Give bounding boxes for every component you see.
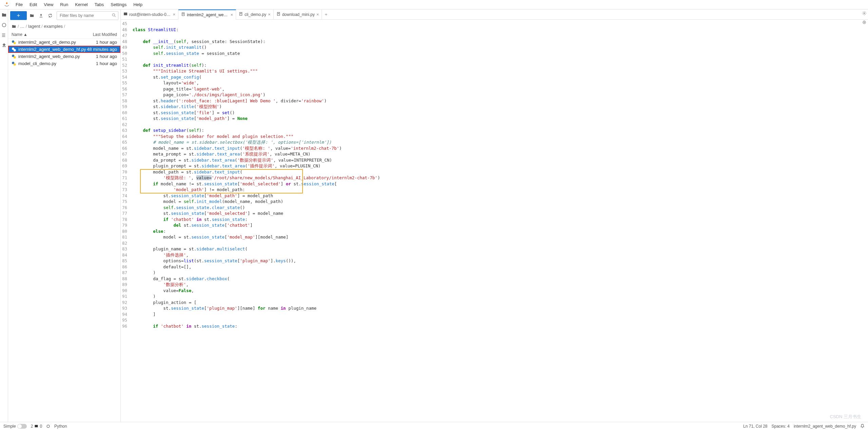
code-line[interactable]: """Setup the sidebar for model and plugi… <box>133 134 868 140</box>
code-line[interactable]: def setup_sidebar(self): <box>133 128 868 134</box>
menu-view[interactable]: View <box>40 1 57 8</box>
file-row[interactable]: model_cli_demo.py1 hour ago <box>8 60 120 67</box>
language-indicator[interactable]: Python <box>54 424 67 429</box>
breadcrumb-seg[interactable]: lagent <box>28 24 40 29</box>
notification-icon[interactable] <box>860 424 865 428</box>
code-line[interactable]: plugin_action = [ <box>133 300 868 306</box>
breadcrumb[interactable]: / … / lagent / examples / <box>8 22 120 31</box>
code-line[interactable] <box>133 318 868 324</box>
extensions-icon[interactable] <box>1 43 7 48</box>
code-line[interactable]: '插件选择', <box>133 252 868 259</box>
running-icon[interactable] <box>1 22 7 28</box>
code-line[interactable]: page_icon='./docs/imgs/lagent_icon.png') <box>133 92 868 98</box>
close-icon[interactable]: × <box>316 12 319 17</box>
code-line[interactable]: del st.session_state['chatbot'] <box>133 223 868 229</box>
editor-tab[interactable]: internlm2_agent_web_dem× <box>178 9 236 20</box>
editor-tab[interactable]: cli_demo.py× <box>236 9 274 20</box>
code-line[interactable]: st.sidebar.title('模型控制') <box>133 104 868 110</box>
code-line[interactable]: self.init_streamlit() <box>133 45 868 51</box>
cursor-position[interactable]: Ln 71, Col 28 <box>743 424 767 429</box>
refresh-icon[interactable] <box>46 12 54 20</box>
file-filter-input[interactable] <box>57 11 118 20</box>
spaces-indicator[interactable]: Spaces: 4 <box>772 424 790 429</box>
code-line[interactable]: if 'chatbot' in st.session_state: <box>133 217 868 223</box>
code-line[interactable] <box>133 57 868 63</box>
code-line[interactable]: st.session_state['plugin_map'][name] for… <box>133 306 868 312</box>
editor-tab[interactable]: download_mini.py× <box>274 9 322 20</box>
kernel-idle-icon[interactable] <box>46 424 50 428</box>
close-icon[interactable]: × <box>173 12 175 17</box>
modified-column[interactable]: Last Modified <box>93 32 117 37</box>
terminals-count[interactable]: 2 0 <box>31 424 42 429</box>
menu-kernel[interactable]: Kernel <box>72 1 91 8</box>
code-line[interactable]: layout='wide', <box>133 80 868 86</box>
code-line[interactable]: model = self.init_model(model_name, mode… <box>133 199 868 205</box>
code-line[interactable]: model = st.session_state['model_map'][mo… <box>133 234 868 241</box>
breadcrumb-seg[interactable]: examples <box>44 24 63 29</box>
code-line[interactable]: ) <box>133 294 868 300</box>
name-column[interactable]: Name ▲ <box>12 32 27 37</box>
close-icon[interactable]: × <box>230 12 233 17</box>
code-line[interactable]: else: <box>133 229 868 235</box>
menu-edit[interactable]: Edit <box>26 1 40 8</box>
code-line[interactable]: st.set_page_config( <box>133 75 868 81</box>
code-line[interactable]: st.session_state['model_path'] = model_p… <box>133 193 868 199</box>
code-line[interactable]: class StreamlitUI: <box>133 27 868 33</box>
code-line[interactable]: st.header(':robot_face: :blue[Lagent] We… <box>133 98 868 104</box>
upload-icon[interactable] <box>37 12 45 20</box>
code-line[interactable]: def __init__(self, session_state: Sessio… <box>133 39 868 45</box>
code-line[interactable]: plugin_name = st.sidebar.multiselect( <box>133 246 868 252</box>
code-line[interactable]: plugin_prompt = st.sidebar.text_area('插件… <box>133 163 868 169</box>
code-line[interactable]: '数据分析', <box>133 282 868 288</box>
menu-tabs[interactable]: Tabs <box>91 1 107 8</box>
code-line[interactable]: st.session_state['model_path'] = None <box>133 116 868 122</box>
code-editor[interactable]: 4546474849505152535455565758596061626364… <box>121 20 868 422</box>
code-line[interactable]: ] <box>133 312 868 318</box>
settings-right-icon[interactable] <box>862 11 867 17</box>
code-line[interactable]: model_path = st.sidebar.text_input( <box>133 169 868 176</box>
menu-help[interactable]: Help <box>130 1 146 8</box>
code-line[interactable]: self.session_state = session_state <box>133 51 868 57</box>
file-row[interactable]: internlm2_agent_web_demo_hf.py48 minutes… <box>8 46 120 53</box>
code-line[interactable]: options=list(st.session_state['plugin_ma… <box>133 258 868 264</box>
code-line[interactable]: """Initialize Streamlit's UI settings.""… <box>133 68 868 75</box>
code-line[interactable]: st.session_state['model_selected'] = mod… <box>133 211 868 217</box>
code-line[interactable] <box>133 21 868 27</box>
new-launcher-button[interactable]: + <box>10 11 27 20</box>
code-line[interactable]: '模型路径: ', value='/root/share/new_models/… <box>133 175 868 181</box>
code-line[interactable]: 'model_path'] != model_path: <box>133 187 868 193</box>
menu-run[interactable]: Run <box>57 1 72 8</box>
code-line[interactable]: da_prompt = st.sidebar.text_area('数据分析提示… <box>133 158 868 164</box>
code-line[interactable]: model_name = st.sidebar.text_input('模型名称… <box>133 146 868 152</box>
code-line[interactable] <box>133 122 868 128</box>
simple-toggle[interactable]: Simple <box>3 424 27 429</box>
editor-tab[interactable]: root@intern-studio-02521× <box>121 9 178 20</box>
code-line[interactable]: # model_name = st.sidebar.selectbox('模型选… <box>133 140 868 146</box>
new-folder-icon[interactable] <box>28 12 36 20</box>
code-line[interactable]: da_flag = st.sidebar.checkbox( <box>133 276 868 282</box>
code-line[interactable]: ) <box>133 270 868 276</box>
code-line[interactable]: self.session_state.clear_state() <box>133 205 868 211</box>
code-line[interactable] <box>133 33 868 39</box>
code-line[interactable]: st.session_state['file'] = set() <box>133 110 868 116</box>
code-line[interactable]: def init_streamlit(self): <box>133 63 868 69</box>
code-line[interactable]: page_title='lagent-web', <box>133 86 868 93</box>
code-line[interactable]: if 'chatbot' in st.session_state: <box>133 324 868 330</box>
close-icon[interactable]: × <box>268 12 271 17</box>
code-line[interactable]: meta_prompt = st.sidebar.text_area('系统提示… <box>133 151 868 158</box>
menu-file[interactable]: File <box>12 1 26 8</box>
svg-rect-3 <box>2 35 5 35</box>
file-row[interactable]: internlm2_agent_cli_demo.py1 hour ago <box>8 39 120 46</box>
svg-rect-15 <box>124 13 127 15</box>
code-content[interactable]: class StreamlitUI: def __init__(self, se… <box>130 20 868 422</box>
code-line[interactable]: default=[], <box>133 264 868 270</box>
breadcrumb-seg[interactable]: … <box>20 24 24 29</box>
code-line[interactable] <box>133 241 868 247</box>
toc-icon[interactable] <box>1 33 7 38</box>
file-row[interactable]: internlm2_agent_web_demo.py1 hour ago <box>8 53 120 60</box>
code-line[interactable]: value=False, <box>133 288 868 294</box>
menu-settings[interactable]: Settings <box>107 1 130 8</box>
folder-icon[interactable] <box>1 12 7 18</box>
code-line[interactable]: if model_name != st.session_state['model… <box>133 181 868 187</box>
add-tab-button[interactable]: + <box>322 12 330 17</box>
